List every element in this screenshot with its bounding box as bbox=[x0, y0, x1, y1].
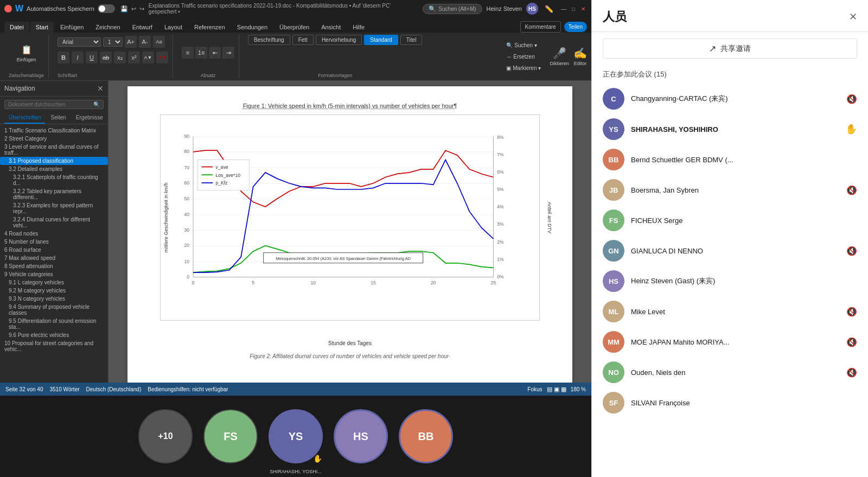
nav-item-3-2-2[interactable]: 3.2.2 Tabled key parameters differenti..… bbox=[0, 187, 108, 201]
teilen-btn[interactable]: Teilen bbox=[564, 22, 587, 32]
tab-sendungen[interactable]: Sendungen bbox=[232, 22, 273, 33]
nav-item-1[interactable]: 1 Traffic Scenario Classification Matrix bbox=[0, 126, 108, 135]
nav-item-9-2[interactable]: 9.2 M category vehicles bbox=[0, 287, 108, 295]
nav-tab-ueberschriften[interactable]: Überschriften bbox=[4, 112, 45, 124]
change-case-btn[interactable]: Aa bbox=[153, 36, 165, 48]
nav-item-9-3[interactable]: 9.3 N category vehicles bbox=[0, 295, 108, 303]
subscript-btn[interactable]: x₂ bbox=[114, 52, 126, 63]
nav-item-9-5[interactable]: 9.5 Differentiation of sound emission st… bbox=[0, 317, 108, 331]
nav-item-9[interactable]: 9 Vehicle categories bbox=[0, 270, 108, 278]
einfuegen-btn[interactable]: 📋 Einfügen bbox=[15, 41, 39, 65]
traffic-light[interactable] bbox=[4, 5, 12, 12]
video-tile-fs[interactable]: FS bbox=[203, 409, 258, 463]
tab-referenzen[interactable]: Referenzen bbox=[189, 22, 231, 33]
style-hervorhebung[interactable]: Hervorhebung bbox=[316, 35, 362, 45]
nav-item-3-2-4[interactable]: 3.2.4 Diurnal curves for different vehi.… bbox=[0, 215, 108, 230]
tab-einfuegen[interactable]: Einfügen bbox=[55, 22, 89, 33]
indent-btn[interactable]: ⇤ bbox=[209, 47, 221, 59]
style-fett[interactable]: Fett bbox=[292, 35, 314, 45]
save-icon[interactable]: 💾 bbox=[120, 5, 128, 12]
nav-item-7[interactable]: 7 Max allowed speed bbox=[0, 254, 108, 262]
superscript-btn[interactable]: x² bbox=[128, 52, 140, 63]
tab-zeichnen[interactable]: Zeichnen bbox=[90, 22, 125, 33]
strikethrough-btn[interactable]: ab bbox=[100, 52, 112, 63]
participant-bernd[interactable]: BB Bernd Schuettler GER BDMV (... bbox=[596, 144, 864, 175]
outdent-btn[interactable]: ⇥ bbox=[222, 47, 234, 59]
nav-item-3-2[interactable]: 3.2 Detailed examples bbox=[0, 165, 108, 173]
doc-area[interactable]: Figure 1: Vehicle speed in km/h (5-min i… bbox=[108, 81, 591, 383]
video-tile-ys[interactable]: YS ✋ bbox=[269, 409, 323, 463]
numbering-btn[interactable]: 1≡ bbox=[195, 47, 207, 59]
participant-ouden[interactable]: NO Ouden, Niels den 🔇 bbox=[596, 357, 864, 387]
nav-item-9-4[interactable]: 9.4 Summary of proposed vehicle classes bbox=[0, 303, 108, 317]
participant-moe[interactable]: MM MOE JAPAN Mahito MORIYA... 🔇 bbox=[596, 327, 864, 357]
font-grow-btn[interactable]: A+ bbox=[125, 36, 137, 48]
dictate-label[interactable]: Diktieren bbox=[550, 61, 569, 66]
font-size-selector[interactable]: 11 bbox=[103, 37, 123, 47]
participant-changyanning[interactable]: C Changyanning-CARTAC (来宾) 🔇 bbox=[596, 84, 864, 114]
panel-close-btn[interactable]: ✕ bbox=[849, 11, 857, 23]
undo-icon[interactable]: ↩ bbox=[131, 5, 136, 12]
tab-start[interactable]: Start bbox=[30, 22, 54, 33]
invite-button[interactable]: ↗ 共享邀请 bbox=[603, 39, 857, 59]
font-shrink-btn[interactable]: A- bbox=[139, 36, 151, 48]
participant-gianluca[interactable]: GN GIANLUCA DI NENNO 🔇 bbox=[596, 236, 864, 266]
svg-text:20: 20 bbox=[184, 243, 189, 248]
suchen-btn[interactable]: 🔍 Suchen ▾ bbox=[502, 40, 545, 50]
video-tile-extra[interactable]: +10 bbox=[138, 409, 193, 463]
nav-search[interactable]: 🔍 bbox=[4, 100, 104, 109]
participant-boersma[interactable]: JB Boersma, Jan Sybren 🔇 bbox=[596, 175, 864, 205]
nav-item-3-2-3[interactable]: 3.2.3 Examples for speed pattern repr... bbox=[0, 201, 108, 215]
nav-item-3[interactable]: 3 Level of service and diurnal curves of… bbox=[0, 143, 108, 157]
tab-ansicht[interactable]: Ansicht bbox=[316, 22, 346, 33]
minimize-btn[interactable]: — bbox=[560, 5, 567, 12]
tab-hilfe[interactable]: Hilfe bbox=[347, 22, 370, 33]
nav-close-btn[interactable]: ✕ bbox=[97, 84, 104, 93]
redo-icon[interactable]: ↪ bbox=[139, 5, 144, 12]
underline-btn[interactable]: U bbox=[86, 52, 98, 63]
kommentare-btn[interactable]: Kommentare bbox=[520, 21, 561, 33]
tab-ueberpruefen[interactable]: Überprüfen bbox=[274, 22, 315, 33]
style-titel[interactable]: Titel bbox=[400, 35, 423, 45]
close-btn[interactable]: ✕ bbox=[579, 5, 587, 12]
markieren-btn[interactable]: ▣ Markieren ▾ bbox=[502, 63, 545, 73]
nav-item-8[interactable]: 8 Speed attenuation bbox=[0, 262, 108, 270]
auto-save-toggle[interactable] bbox=[98, 4, 115, 13]
tab-datei[interactable]: Datei bbox=[4, 22, 29, 33]
status-focus[interactable]: Fokus bbox=[527, 386, 542, 392]
nav-item-5[interactable]: 5 Number of lanes bbox=[0, 238, 108, 246]
ersetzen-btn[interactable]: ↔ Ersetzen bbox=[502, 52, 545, 62]
video-tile-hs[interactable]: HS bbox=[334, 409, 388, 463]
participant-heinz[interactable]: HS Heinz Steven (Gast) (来宾) bbox=[596, 266, 864, 296]
nav-item-9-6[interactable]: 9.6 Pure electric vehicles bbox=[0, 331, 108, 339]
bullets-btn[interactable]: ≡ bbox=[182, 47, 194, 59]
style-standard[interactable]: Standard bbox=[364, 35, 398, 45]
restore-btn[interactable]: □ bbox=[570, 5, 577, 12]
bold-btn[interactable]: B bbox=[58, 52, 69, 63]
style-beschriftung[interactable]: Beschriftung bbox=[248, 35, 290, 45]
editor-label[interactable]: Editor bbox=[574, 61, 587, 66]
participant-mike[interactable]: ML Mike Levet 🔇 bbox=[596, 296, 864, 327]
highlight-btn[interactable]: A▼ bbox=[142, 52, 154, 63]
pen-icon[interactable]: ✏️ bbox=[542, 4, 556, 14]
nav-item-10[interactable]: 10 Proposal for street categories and ve… bbox=[0, 339, 108, 353]
font-selector[interactable]: Arial bbox=[58, 37, 101, 47]
participant-silvani[interactable]: SF SILVANI Françoise bbox=[596, 387, 864, 418]
nav-tab-seiten[interactable]: Seiten bbox=[46, 112, 70, 124]
tab-entwurf[interactable]: Entwurf bbox=[127, 22, 158, 33]
search-bar[interactable]: 🔍 Suchen (Alt+M) bbox=[423, 4, 482, 14]
participant-shirahashi[interactable]: YS SHIRAHASHI, YOSHIHIRO ✋ bbox=[596, 114, 864, 144]
italic-btn[interactable]: I bbox=[72, 52, 84, 63]
nav-item-2[interactable]: 2 Street Category bbox=[0, 135, 108, 143]
video-tile-bb[interactable]: BB bbox=[399, 409, 453, 463]
nav-item-6[interactable]: 6 Road surface bbox=[0, 246, 108, 254]
participant-ficheux[interactable]: FS FICHEUX Serge bbox=[596, 205, 864, 236]
nav-item-3-2-1[interactable]: 3.2.1 Scatterplots of traffic counting d… bbox=[0, 173, 108, 187]
nav-item-4[interactable]: 4 Road nodes bbox=[0, 230, 108, 238]
nav-item-3-1[interactable]: 3.1 Proposed classification bbox=[0, 157, 108, 165]
nav-item-9-1[interactable]: 9.1 L category vehicles bbox=[0, 278, 108, 287]
nav-search-input[interactable] bbox=[8, 101, 91, 107]
font-color-btn[interactable]: A▼ bbox=[156, 52, 168, 63]
nav-tab-ergebnisse[interactable]: Ergebnisse bbox=[72, 112, 107, 124]
tab-layout[interactable]: Layout bbox=[159, 22, 188, 33]
